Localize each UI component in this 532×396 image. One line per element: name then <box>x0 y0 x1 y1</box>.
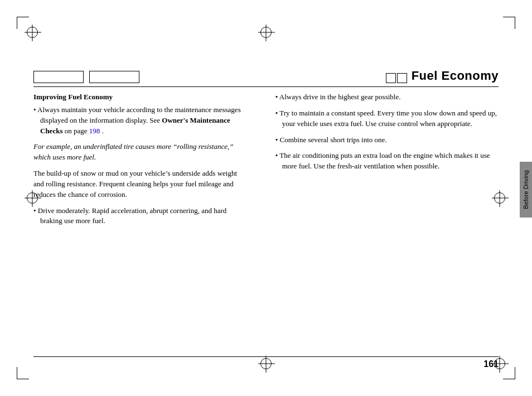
header-box-1 <box>33 71 84 83</box>
small-square-2 <box>397 73 407 83</box>
header-box-2 <box>89 71 139 83</box>
corner-bracket-tl <box>17 17 29 29</box>
corner-bracket-br <box>503 367 515 379</box>
reg-mark-bot-center <box>260 358 272 369</box>
bullet-highest-gear: Always drive in the highest gear possibl… <box>275 92 499 103</box>
bullet-combine-trips: Combine several short trips into one. <box>275 135 499 146</box>
bullet-air-conditioning: The air conditioning puts an extra load … <box>275 151 499 172</box>
corner-bracket-tr <box>503 17 515 29</box>
small-squares <box>386 73 407 83</box>
left-column: Improving Fuel Economy Always maintain y… <box>33 92 257 351</box>
italic-example: For example, an underinflated tire cause… <box>33 142 245 163</box>
bullet-constant-speed: Try to maintain a constant speed. Every … <box>275 108 499 129</box>
italic-intro: For example, <box>33 142 72 151</box>
bullet-text-1b: on page <box>62 127 89 135</box>
header-right: Fuel Economy <box>386 69 499 86</box>
side-tab-label: Before Driving <box>523 170 529 209</box>
snow-mud-para: The build-up of snow or mud on your vehi… <box>33 168 245 200</box>
corner-bracket-bl <box>17 367 29 379</box>
page-number: 161 <box>483 359 499 369</box>
top-rule <box>33 86 499 87</box>
header-boxes <box>33 71 139 86</box>
bottom-rule <box>33 356 499 357</box>
page-link: 198 <box>89 127 100 135</box>
reg-mark-top-center <box>260 27 272 38</box>
reg-mark-top-left <box>27 27 38 38</box>
right-column: Always drive in the highest gear possibl… <box>275 92 499 351</box>
side-tab: Before Driving <box>520 162 532 218</box>
page-title: Fuel Economy <box>412 69 499 83</box>
header-area: Fuel Economy <box>33 56 499 86</box>
bullet-text-1c: . <box>100 127 104 135</box>
section-title: Improving Fuel Economy <box>33 92 245 103</box>
bullet-maintenance: Always maintain your vehicle according t… <box>33 105 245 137</box>
content-area: Improving Fuel Economy Always maintain y… <box>33 92 499 351</box>
small-square-1 <box>386 73 396 83</box>
bullet-drive-moderately: Drive moderately. Rapid acceleration, ab… <box>33 206 245 227</box>
